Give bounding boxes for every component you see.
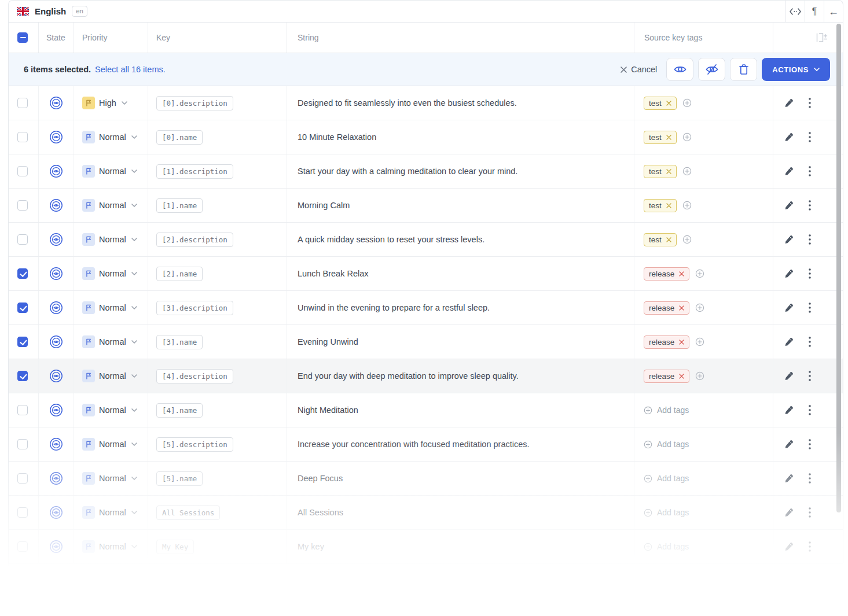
add-tags-button[interactable]: Add tags	[644, 440, 689, 449]
more-menu-icon[interactable]	[809, 166, 811, 176]
show-selected-button[interactable]	[666, 58, 693, 81]
column-header-key[interactable]: Key	[148, 23, 287, 53]
key-badge[interactable]: [0].description	[156, 96, 233, 110]
key-badge[interactable]: [5].description	[156, 437, 233, 452]
tag-badge[interactable]: release	[644, 335, 689, 349]
add-tag-icon[interactable]	[695, 371, 704, 381]
key-badge[interactable]: [0].name	[156, 130, 203, 145]
row-checkbox[interactable]	[17, 98, 28, 108]
more-menu-icon[interactable]	[809, 234, 811, 245]
column-settings-icon[interactable]	[814, 32, 828, 43]
add-tags-button[interactable]: Add tags	[644, 474, 689, 483]
more-menu-icon[interactable]	[809, 200, 811, 211]
string-value[interactable]: Evening Unwind	[298, 337, 358, 346]
priority-label[interactable]: Normal	[99, 303, 126, 312]
key-badge[interactable]: [2].description	[156, 233, 233, 247]
priority-label[interactable]: Normal	[99, 269, 126, 278]
state-visible-icon[interactable]	[49, 266, 64, 281]
row-checkbox[interactable]	[17, 268, 28, 279]
string-value[interactable]: Unwind in the evening to prepare for a r…	[298, 303, 490, 312]
add-tags-button[interactable]: Add tags	[644, 542, 689, 551]
key-badge[interactable]: [1].name	[156, 198, 203, 213]
priority-label[interactable]: Normal	[99, 508, 126, 517]
tag-badge[interactable]: release	[644, 267, 689, 281]
more-menu-icon[interactable]	[809, 473, 811, 484]
remove-tag-icon[interactable]	[666, 203, 671, 208]
string-value[interactable]: Designed to fit seamlessly into even the…	[298, 98, 517, 108]
more-menu-icon[interactable]	[809, 132, 811, 142]
row-checkbox[interactable]	[17, 166, 28, 176]
edit-icon[interactable]	[784, 234, 794, 245]
state-visible-icon[interactable]	[49, 437, 64, 452]
select-all-checkbox[interactable]	[17, 32, 28, 43]
add-tag-icon[interactable]	[682, 235, 692, 244]
key-badge[interactable]: [2].name	[156, 267, 203, 281]
key-badge[interactable]: [4].description	[156, 369, 233, 383]
state-visible-icon[interactable]	[49, 164, 64, 179]
column-header-string[interactable]: String	[287, 23, 634, 53]
remove-tag-icon[interactable]	[666, 237, 671, 242]
string-value[interactable]: Lunch Break Relax	[298, 269, 369, 278]
key-badge[interactable]: [1].description	[156, 164, 233, 179]
priority-label[interactable]: Normal	[99, 235, 126, 244]
edit-icon[interactable]	[784, 473, 794, 484]
delete-selected-button[interactable]	[730, 58, 757, 81]
state-visible-icon[interactable]	[49, 539, 64, 554]
row-checkbox[interactable]	[17, 507, 28, 518]
column-header-source-key-tags[interactable]: Source key tags	[634, 23, 773, 53]
state-visible-icon[interactable]	[49, 232, 64, 247]
more-menu-icon[interactable]	[809, 371, 811, 381]
add-tag-icon[interactable]	[695, 303, 704, 312]
tag-badge[interactable]: test	[644, 165, 677, 178]
more-menu-icon[interactable]	[809, 541, 811, 552]
add-tag-icon[interactable]	[682, 98, 692, 108]
state-visible-icon[interactable]	[49, 505, 64, 520]
edit-icon[interactable]	[784, 166, 794, 176]
priority-label[interactable]: Normal	[99, 371, 126, 381]
more-menu-icon[interactable]	[809, 303, 811, 313]
state-visible-icon[interactable]	[49, 403, 64, 418]
priority-label[interactable]: Normal	[99, 132, 126, 142]
edit-icon[interactable]	[784, 132, 794, 142]
more-menu-icon[interactable]	[809, 439, 811, 449]
select-all-link[interactable]: Select all 16 items.	[95, 65, 166, 74]
state-visible-icon[interactable]	[49, 130, 64, 145]
column-header-state[interactable]: State	[39, 23, 74, 53]
row-checkbox[interactable]	[17, 541, 28, 552]
tag-badge[interactable]: test	[644, 131, 677, 144]
add-tag-icon[interactable]	[682, 201, 692, 210]
key-badge[interactable]: [3].name	[156, 335, 203, 349]
key-badge[interactable]: [3].description	[156, 301, 233, 315]
cancel-selection-button[interactable]: Cancel	[621, 65, 657, 74]
remove-tag-icon[interactable]	[679, 374, 684, 379]
edit-icon[interactable]	[784, 541, 794, 552]
remove-tag-icon[interactable]	[679, 305, 684, 311]
add-tag-icon[interactable]	[682, 167, 692, 176]
state-visible-icon[interactable]	[49, 471, 64, 486]
state-visible-icon[interactable]	[49, 95, 64, 110]
tag-badge[interactable]: release	[644, 301, 689, 315]
edit-icon[interactable]	[784, 439, 794, 449]
string-value[interactable]: 10 Minute Relaxation	[298, 132, 376, 142]
priority-label[interactable]: Normal	[99, 201, 126, 210]
edit-icon[interactable]	[784, 303, 794, 313]
more-menu-icon[interactable]	[809, 268, 811, 279]
add-tag-icon[interactable]	[695, 269, 704, 278]
more-menu-icon[interactable]	[809, 507, 811, 518]
string-value[interactable]: Increase your concentration with focused…	[298, 440, 530, 449]
remove-tag-icon[interactable]	[666, 169, 671, 174]
priority-label[interactable]: Normal	[99, 337, 126, 346]
row-checkbox[interactable]	[17, 371, 28, 381]
row-checkbox[interactable]	[17, 200, 28, 211]
string-value[interactable]: Deep Focus	[298, 474, 343, 483]
row-checkbox[interactable]	[17, 234, 28, 245]
row-checkbox[interactable]	[17, 405, 28, 415]
more-menu-icon[interactable]	[809, 98, 811, 108]
more-menu-icon[interactable]	[809, 405, 811, 415]
row-checkbox[interactable]	[17, 439, 28, 449]
key-badge[interactable]: [5].name	[156, 471, 203, 486]
edit-icon[interactable]	[784, 200, 794, 211]
remove-tag-icon[interactable]	[679, 340, 684, 345]
edit-icon[interactable]	[784, 507, 794, 518]
state-visible-icon[interactable]	[49, 368, 64, 383]
